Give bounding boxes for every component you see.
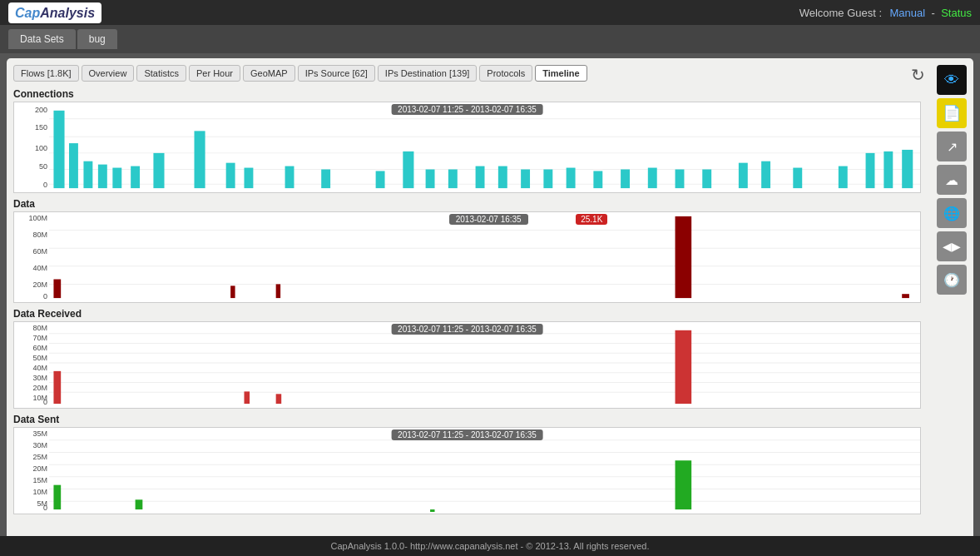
svg-rect-13: [226, 163, 235, 188]
main-content: Flows [1.8K] Overview Statistcs Per Hour…: [7, 58, 973, 556]
svg-rect-5: [53, 111, 64, 188]
svg-rect-24: [543, 170, 552, 189]
btn-geomap[interactable]: GeoMAP: [243, 65, 295, 82]
svg-rect-54: [53, 371, 61, 404]
data-received-y-axis: 80M 70M 60M 50M 40M 30M 20M 10M 0: [14, 322, 49, 408]
footer-text: CapAnalysis 1.0.0- http://www.capanalysi…: [331, 541, 650, 551]
svg-rect-67: [676, 460, 692, 509]
data-received-chart-section: Data Received 2013-02-07 11:25 - 2013-02…: [13, 308, 967, 409]
footer: CapAnalysis 1.0.0- http://www.capanalysi…: [0, 536, 980, 556]
svg-rect-21: [476, 166, 485, 189]
data-sent-y-axis: 35M 30M 25M 20M 15M 10M 5M 0: [14, 428, 49, 514]
svg-rect-15: [285, 166, 294, 189]
data-badge: 25.1K: [576, 214, 607, 225]
svg-rect-20: [448, 170, 458, 189]
btn-per-hour[interactable]: Per Hour: [189, 65, 240, 82]
svg-rect-55: [244, 391, 250, 404]
btn-flows[interactable]: Flows [1.8K]: [13, 65, 79, 82]
svg-rect-46: [902, 294, 909, 298]
svg-rect-32: [761, 161, 770, 188]
nav-tab-datasets[interactable]: Data Sets: [8, 29, 76, 49]
data-date: 2013-02-07 16:35: [449, 214, 528, 225]
view-button[interactable]: 👁: [937, 65, 967, 95]
svg-rect-44: [276, 284, 280, 298]
data-y-axis: 100M 80M 60M 40M 20M 0: [14, 212, 49, 302]
btn-timeline[interactable]: Timeline: [535, 65, 587, 82]
svg-rect-31: [739, 163, 748, 188]
arrows-button[interactable]: ◀▶: [937, 231, 967, 261]
logo-analysis: Analysis: [40, 6, 95, 20]
data-received-date: 2013-02-07 11:25 - 2013-02-07 16:35: [391, 324, 543, 335]
btn-statistics[interactable]: Statistcs: [136, 65, 186, 82]
svg-rect-28: [648, 168, 657, 189]
separator: -: [931, 7, 934, 19]
data-sent-chart-section: Data Sent 2013-02-07 11:25 - 2013-02-07 …: [13, 414, 967, 514]
toolbar: Flows [1.8K] Overview Statistcs Per Hour…: [13, 65, 967, 82]
connections-chart-section: Connections 2013-02-07 11:25 - 2013-02-0…: [13, 88, 967, 193]
svg-rect-22: [498, 166, 507, 189]
svg-rect-11: [153, 153, 164, 188]
share-button[interactable]: ↗: [937, 132, 967, 161]
svg-rect-10: [131, 166, 140, 189]
charts-container: Connections 2013-02-07 11:25 - 2013-02-0…: [13, 88, 967, 519]
svg-rect-8: [98, 165, 107, 188]
svg-rect-23: [521, 170, 530, 189]
data-chart-svg: [49, 212, 920, 302]
btn-ips-source[interactable]: IPs Source [62]: [298, 65, 375, 82]
btn-overview[interactable]: Overview: [82, 65, 135, 82]
svg-rect-30: [702, 170, 711, 189]
svg-rect-66: [430, 509, 434, 512]
nav-bar: Data Sets bug: [0, 25, 980, 53]
svg-rect-27: [621, 170, 630, 189]
svg-rect-16: [321, 170, 330, 189]
globe-button[interactable]: 🌐: [937, 198, 967, 228]
cloud-button[interactable]: ☁: [937, 165, 967, 195]
clock-button[interactable]: 🕐: [937, 265, 967, 295]
data-chart-section: Data 2013-02-07 16:35 25.1K 100M 80M 60M…: [13, 198, 967, 303]
svg-rect-64: [53, 485, 61, 509]
welcome-text: Welcome Guest :: [799, 7, 882, 19]
connections-y-axis: 200 150 100 50 0: [14, 102, 49, 192]
svg-rect-56: [276, 394, 282, 404]
svg-rect-43: [230, 285, 235, 298]
data-received-svg: [49, 322, 920, 408]
side-buttons-panel: 👁 📄 ↗ ☁ 🌐 ◀▶ 🕐: [937, 65, 967, 295]
svg-rect-37: [902, 150, 913, 188]
svg-rect-57: [676, 330, 692, 404]
svg-rect-7: [83, 161, 92, 188]
svg-rect-36: [883, 151, 893, 188]
data-sent-svg: [49, 428, 920, 514]
svg-rect-29: [676, 170, 685, 189]
svg-rect-9: [112, 168, 121, 189]
svg-rect-34: [839, 166, 848, 189]
svg-rect-12: [195, 131, 205, 188]
status-link[interactable]: Status: [941, 7, 972, 19]
document-button[interactable]: 📄: [937, 98, 967, 128]
svg-rect-6: [69, 143, 78, 188]
svg-rect-26: [593, 171, 602, 188]
connections-chart-svg: [49, 102, 920, 192]
svg-rect-65: [136, 499, 143, 509]
header: CapAnalysis Welcome Guest : Manual - Sta…: [0, 0, 980, 25]
svg-rect-18: [403, 151, 413, 188]
svg-rect-25: [567, 168, 576, 189]
svg-rect-42: [53, 280, 61, 299]
data-label: Data: [13, 198, 967, 210]
btn-ips-dest[interactable]: IPs Destination [139]: [378, 65, 478, 82]
connections-label: Connections: [13, 88, 967, 100]
btn-protocols[interactable]: Protocols: [479, 65, 532, 82]
svg-rect-14: [244, 168, 253, 189]
connections-date-range: 2013-02-07 11:25 - 2013-02-07 16:35: [391, 104, 543, 115]
refresh-button[interactable]: ↻: [908, 65, 928, 85]
nav-tab-bug[interactable]: bug: [77, 29, 117, 49]
logo-cap: Cap: [15, 6, 40, 20]
data-received-label: Data Received: [13, 308, 967, 320]
svg-rect-17: [376, 171, 385, 188]
data-sent-date: 2013-02-07 11:25 - 2013-02-07 16:35: [391, 429, 543, 440]
svg-rect-19: [426, 170, 435, 189]
manual-link[interactable]: Manual: [889, 7, 925, 19]
logo: CapAnalysis: [8, 2, 101, 23]
svg-rect-33: [793, 168, 802, 189]
svg-rect-45: [676, 216, 692, 298]
svg-rect-35: [866, 153, 875, 188]
